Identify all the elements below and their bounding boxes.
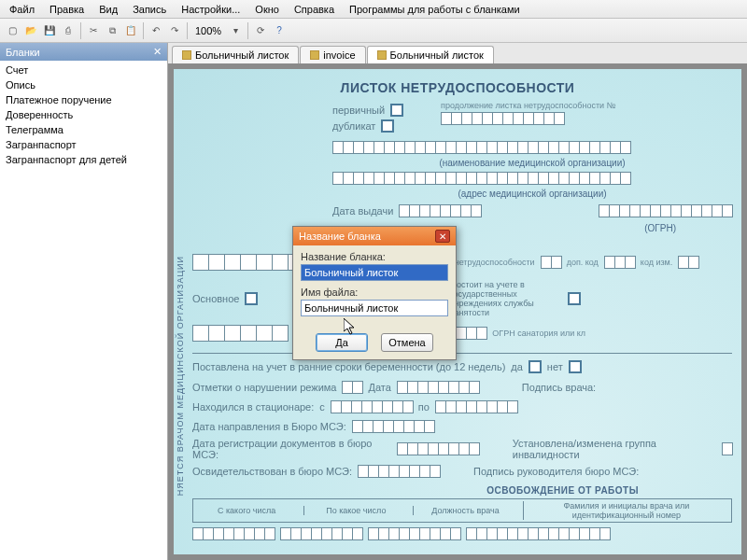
checkbox-register[interactable] xyxy=(568,292,581,305)
separator xyxy=(80,22,81,39)
field-mse3[interactable] xyxy=(358,465,440,478)
sidebar-close-icon[interactable]: ✕ xyxy=(153,46,162,58)
field-code2[interactable] xyxy=(678,256,698,269)
field-row[interactable] xyxy=(192,325,288,342)
document-area: НЯЕТСЯ ВРАЧОМ МЕДИЦИНСКОЙ ОРГАНИЗАЦИИ ЛИ… xyxy=(168,63,747,560)
copy-icon[interactable]: ⧉ xyxy=(104,22,120,39)
dialog-title-text: Название бланка xyxy=(299,231,381,242)
checkbox-duplicate[interactable] xyxy=(381,119,394,133)
field-release[interactable] xyxy=(466,527,610,540)
cancel-button[interactable]: Отмена xyxy=(381,333,433,352)
field-dis[interactable] xyxy=(722,442,732,455)
sidebar-item[interactable]: Счет xyxy=(2,63,165,77)
separator xyxy=(187,22,188,39)
sidebar-item[interactable]: Платежное поручение xyxy=(2,92,165,107)
save-icon[interactable]: 💾 xyxy=(41,22,58,39)
print-icon[interactable]: ⎙ xyxy=(60,22,77,39)
field-ogrn[interactable] xyxy=(599,204,732,217)
zoom-dropdown-icon[interactable]: ▾ xyxy=(227,22,244,39)
field-org[interactable] xyxy=(332,141,732,154)
sidebar-item[interactable]: Доверенность xyxy=(2,107,165,122)
sidebar: Бланки ✕ Счет Опись Платежное поручение … xyxy=(0,43,168,560)
col-header: Должность врача xyxy=(413,506,516,515)
field-dcode[interactable] xyxy=(604,256,635,269)
refresh-icon[interactable]: ⟳ xyxy=(252,22,269,39)
checkbox-primary[interactable] xyxy=(390,104,403,117)
redo-icon[interactable]: ↷ xyxy=(166,22,183,39)
field-release[interactable] xyxy=(368,527,460,540)
help-icon[interactable]: ? xyxy=(271,22,288,39)
menu-settings[interactable]: Настройки... xyxy=(176,2,246,16)
label-mse1: Дата направления в Бюро МСЭ: xyxy=(192,421,346,432)
toolbar: ▢ 📂 💾 ⎙ ✂ ⧉ 📋 ↶ ↷ 100% ▾ ⟳ ? xyxy=(0,19,747,43)
dialog-titlebar[interactable]: Название бланка ✕ xyxy=(293,227,456,245)
checkbox-yes[interactable] xyxy=(529,360,542,373)
menubar: Файл Правка Вид Запись Настройки... Окно… xyxy=(0,0,747,19)
tab[interactable]: Больничный листок xyxy=(172,46,299,63)
input-blank-name[interactable] xyxy=(301,264,448,281)
sidebar-item[interactable]: Опись xyxy=(2,77,165,92)
col-header: Фамилия и инициалы врача или идентификац… xyxy=(523,501,729,520)
sidebar-item[interactable]: Загранпаспорт xyxy=(2,137,165,152)
sidebar-title: Бланки ✕ xyxy=(0,43,167,61)
field-date[interactable] xyxy=(399,204,481,217)
sidebar-list: Счет Опись Платежное поручение Доверенно… xyxy=(0,61,167,560)
menu-view[interactable]: Вид xyxy=(93,2,123,16)
ok-button[interactable]: Да xyxy=(316,333,368,352)
label-osn: Основное xyxy=(192,293,239,304)
field-addr[interactable] xyxy=(332,172,732,185)
checkbox-osn[interactable] xyxy=(245,292,258,305)
menu-record[interactable]: Запись xyxy=(127,2,172,16)
field-release[interactable] xyxy=(192,527,275,540)
field-mse2[interactable] xyxy=(397,442,479,455)
tab-label: Больничный листок xyxy=(390,49,484,61)
menu-edit[interactable]: Правка xyxy=(44,2,90,16)
field-cont-num[interactable] xyxy=(441,112,615,125)
field-release[interactable] xyxy=(280,527,362,540)
menu-window[interactable]: Окно xyxy=(249,2,285,16)
field-vdate[interactable] xyxy=(397,381,479,394)
label-register: Состоит на учете в государственных учреж… xyxy=(450,280,562,317)
field-from[interactable] xyxy=(331,400,413,413)
label-to: по xyxy=(418,401,430,413)
hint-addr: (адрес медицинской организации) xyxy=(332,189,732,199)
form-canvas[interactable]: НЯЕТСЯ ВРАЧОМ МЕДИЦИНСКОЙ ОРГАНИЗАЦИИ ЛИ… xyxy=(174,69,741,554)
menu-programs[interactable]: Программы для работы с бланками xyxy=(344,2,526,16)
input-file-name[interactable] xyxy=(301,300,448,316)
field-mse1[interactable] xyxy=(352,420,434,433)
tabbar: Больничный листок invoice Больничный лис… xyxy=(168,43,747,63)
label-mse-sign: Подпись руководителя бюро МСЭ: xyxy=(473,466,639,477)
form-paper: НЯЕТСЯ ВРАЧОМ МЕДИЦИНСКОЙ ОРГАНИЗАЦИИ ЛИ… xyxy=(174,69,741,554)
dialog-blank-name: Название бланка ✕ Название бланка: Имя ф… xyxy=(292,226,457,360)
label-duplicate: дубликат xyxy=(332,120,375,132)
checkbox-no[interactable] xyxy=(569,360,582,373)
field-viol[interactable] xyxy=(342,381,362,394)
tab-active[interactable]: Больничный листок xyxy=(367,46,494,63)
zoom-level[interactable]: 100% xyxy=(191,25,225,36)
label-no: нет xyxy=(547,361,563,372)
label-dcode: доп. код xyxy=(567,258,599,267)
undo-icon[interactable]: ↶ xyxy=(148,22,164,39)
label-date: Дата выдачи xyxy=(332,205,393,217)
label-from: с xyxy=(319,401,325,413)
dialog-close-icon[interactable]: ✕ xyxy=(435,230,450,243)
sidebar-title-text: Бланки xyxy=(6,47,40,58)
menu-file[interactable]: Файл xyxy=(4,2,40,16)
new-icon[interactable]: ▢ xyxy=(4,22,21,39)
sidebar-item[interactable]: Загранпаспорт для детей xyxy=(2,152,165,167)
sidebar-item[interactable]: Телеграмма xyxy=(2,122,165,137)
menu-help[interactable]: Справка xyxy=(289,2,340,16)
label-ogrn2: ОГРН санатория или кл xyxy=(492,329,585,338)
cut-icon[interactable]: ✂ xyxy=(85,22,102,39)
label-mse2: Дата регистрации документов в бюро МСЭ: xyxy=(192,438,391,460)
col-header: С какого числа xyxy=(195,506,298,515)
field-reason[interactable] xyxy=(541,256,561,269)
paste-icon[interactable]: 📋 xyxy=(122,22,139,39)
label-yes: да xyxy=(511,361,523,372)
label-date2: Дата xyxy=(368,382,390,393)
field-to[interactable] xyxy=(435,400,517,413)
tab-label: invoice xyxy=(323,49,355,61)
tab[interactable]: invoice xyxy=(300,46,365,63)
open-icon[interactable]: 📂 xyxy=(22,22,39,39)
label-disability: Установлена/изменена группа инвалидности xyxy=(513,438,716,460)
